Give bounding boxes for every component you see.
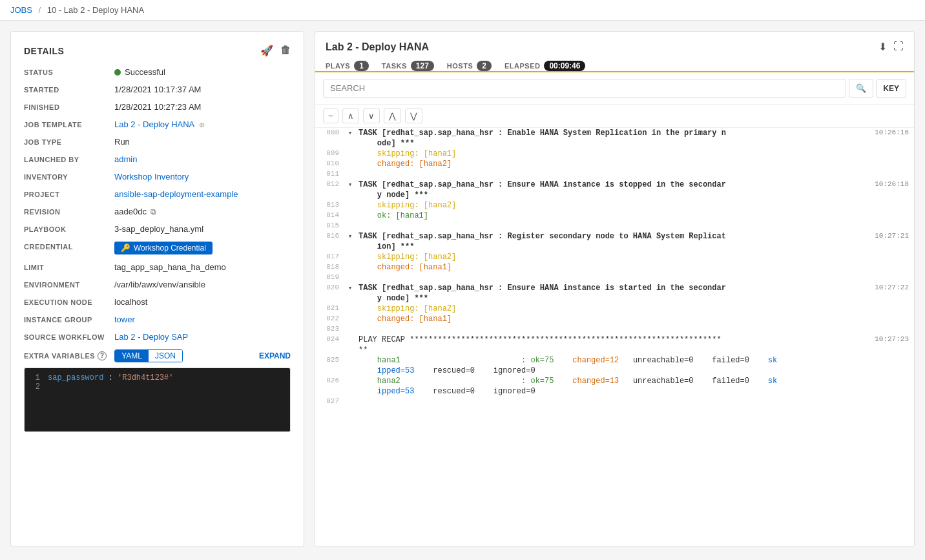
right-header: Lab 2 - Deploy HANA ⬇ ⛶ PLAYS 1 TASKS 12… xyxy=(315,32,914,72)
search-bar: 🔍 KEY xyxy=(315,72,914,105)
log-text: changed: [hana1] xyxy=(356,314,914,324)
project-row: PROJECT ansible-sap-deployment-example xyxy=(24,189,291,199)
job-template-value: Lab 2 - Deploy HANA ⊕ xyxy=(114,119,291,129)
credential-badge[interactable]: 🔑 Workshop Credential xyxy=(114,242,213,254)
code-content-1: sap_password : 'R3dh4t123#' xyxy=(48,373,173,382)
instance-group-value: tower xyxy=(114,315,291,324)
log-row: 818 changed: [hana1] xyxy=(315,262,914,273)
log-expand-icon xyxy=(344,376,356,386)
log-expand-icon xyxy=(344,252,356,262)
log-text xyxy=(356,221,914,231)
hosts-stat: HOSTS 2 xyxy=(447,61,492,71)
code-key: sap_password xyxy=(48,373,103,382)
log-expand-icon[interactable]: ▾ xyxy=(344,180,356,190)
log-expand-icon xyxy=(344,138,356,149)
log-expand-icon xyxy=(344,345,356,355)
log-row: ipped=53 rescued=0 ignored=0 xyxy=(315,366,914,376)
expand-link[interactable]: EXPAND xyxy=(259,351,291,360)
stats-bar: PLAYS 1 TASKS 127 HOSTS 2 ELAPSED 00:09:… xyxy=(326,61,904,71)
log-row: 819 xyxy=(315,273,914,283)
log-text: TASK [redhat_sap.sap_hana_hsr : Ensure H… xyxy=(356,283,869,293)
tasks-badge: 127 xyxy=(411,61,434,71)
started-row: STARTED 1/28/2021 10:17:37 AM xyxy=(24,85,291,94)
log-line-num xyxy=(315,293,344,304)
environment-value: /var/lib/awx/venv/ansible xyxy=(114,280,291,289)
nav-bottom-button[interactable]: ⋁ xyxy=(405,109,422,123)
plays-badge: 1 xyxy=(354,61,369,71)
log-text: ok: [hana1] xyxy=(356,211,914,221)
line-num-1: 1 xyxy=(30,373,40,382)
log-row: y node] *** xyxy=(315,190,914,200)
log-text xyxy=(356,169,914,180)
log-row: ion] *** xyxy=(315,242,914,252)
search-button[interactable]: 🔍 xyxy=(849,79,873,98)
source-workflow-row: SOURCE WORKFLOW Lab 2 - Deploy SAP xyxy=(24,332,291,342)
collapse-all-button[interactable]: − xyxy=(323,109,338,123)
code-line-1: 1 sap_password : 'R3dh4t123#' xyxy=(30,373,285,382)
log-row: 817 skipping: [hana2] xyxy=(315,252,914,262)
copy-icon[interactable]: ⧉ xyxy=(151,207,156,216)
log-line-num xyxy=(315,138,344,149)
job-template-link[interactable]: Lab 2 - Deploy HANA xyxy=(114,119,194,129)
log-line-num: 821 xyxy=(315,304,344,314)
source-workflow-link[interactable]: Lab 2 - Deploy SAP xyxy=(114,332,188,342)
nav-top-button[interactable]: ⋀ xyxy=(384,109,401,123)
nav-down-button[interactable]: ∨ xyxy=(363,109,380,123)
job-template-icon: ⊕ xyxy=(199,121,205,129)
log-row: 823 xyxy=(315,324,914,335)
log-line-num: 826 xyxy=(315,376,344,386)
launched-by-link[interactable]: admin xyxy=(114,154,137,164)
project-label: PROJECT xyxy=(24,189,114,198)
format-toggle: YAML JSON xyxy=(114,349,183,362)
json-button[interactable]: JSON xyxy=(149,350,182,362)
elapsed-stat: ELAPSED 00:09:46 xyxy=(504,61,586,71)
log-line-num: 827 xyxy=(315,397,344,406)
help-icon[interactable]: ? xyxy=(98,351,107,360)
hosts-badge: 2 xyxy=(477,61,492,71)
launched-by-label: LAUNCHED BY xyxy=(24,154,114,163)
project-value: ansible-sap-deployment-example xyxy=(114,189,291,199)
log-text xyxy=(356,273,914,283)
log-text: ion] *** xyxy=(356,242,914,252)
log-row: 813 skipping: [hana2] xyxy=(315,200,914,211)
log-line-num: 813 xyxy=(315,200,344,211)
log-line-num xyxy=(315,366,344,376)
log-row: 815 xyxy=(315,221,914,231)
fullscreen-icon[interactable]: ⛶ xyxy=(893,41,904,53)
launch-icon[interactable]: 🚀 xyxy=(260,45,274,57)
inventory-link[interactable]: Workshop Inventory xyxy=(114,172,189,181)
log-expand-icon xyxy=(344,324,356,335)
log-expand-icon[interactable]: ▾ xyxy=(344,283,356,293)
credential-label: CREDENTIAL xyxy=(24,242,114,251)
log-expand-icon xyxy=(344,190,356,200)
log-line-num: 812 xyxy=(315,180,344,190)
started-value: 1/28/2021 10:17:37 AM xyxy=(114,85,291,94)
log-row: 821 skipping: [hana2] xyxy=(315,304,914,314)
log-text: changed: [hana1] xyxy=(356,262,914,273)
log-expand-icon[interactable]: ▾ xyxy=(344,231,356,242)
log-expand-icon xyxy=(344,335,356,345)
status-label: STATUS xyxy=(24,67,114,76)
log-text: skipping: [hana1] xyxy=(356,149,914,159)
limit-label: LIMIT xyxy=(24,262,114,271)
log-row: y node] *** xyxy=(315,293,914,304)
nav-up-button[interactable]: ∧ xyxy=(342,109,359,123)
log-row: 809 skipping: [hana1] xyxy=(315,149,914,159)
search-input[interactable] xyxy=(323,79,846,98)
log-time: 10:27:22 xyxy=(869,283,914,293)
breadcrumb-separator: / xyxy=(39,5,41,15)
download-icon[interactable]: ⬇ xyxy=(878,41,887,53)
breadcrumb-jobs-link[interactable]: JOBS xyxy=(10,5,32,15)
log-expand-icon xyxy=(344,355,356,366)
project-link[interactable]: ansible-sap-deployment-example xyxy=(114,189,238,199)
yaml-button[interactable]: YAML xyxy=(115,350,149,362)
log-row: 827 xyxy=(315,397,914,406)
log-content[interactable]: 808▾TASK [redhat_sap.sap_hana_hsr : Enab… xyxy=(315,128,914,546)
key-button[interactable]: KEY xyxy=(876,79,906,98)
credential-row: CREDENTIAL 🔑 Workshop Credential xyxy=(24,242,291,254)
log-expand-icon[interactable]: ▾ xyxy=(344,128,356,138)
instance-group-link[interactable]: tower xyxy=(114,315,135,324)
delete-icon[interactable]: 🗑 xyxy=(280,45,291,57)
log-expand-icon xyxy=(344,159,356,169)
details-heading: DETAILS xyxy=(24,46,64,56)
